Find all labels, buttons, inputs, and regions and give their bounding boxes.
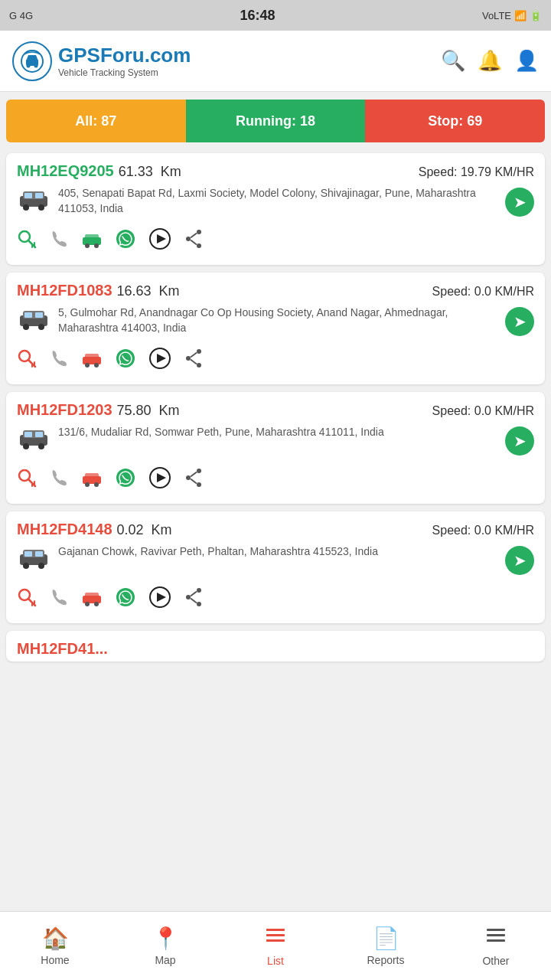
nav-reports[interactable]: 📄 Reports [331,920,441,972]
vehicle-address-0: 405, Senapati Bapat Rd, Laxmi Society, M… [58,186,499,216]
vehicle-speed-3: Speed: 0.0 KM/HR [432,524,534,537]
search-icon[interactable]: 🔍 [441,49,465,73]
navigate-button-3[interactable]: ➤ [505,546,534,575]
vehicle-list: MH12EQ9205 61.33 Km Speed: 19.79 KM/HR 4… [0,150,551,730]
svg-point-87 [197,588,201,593]
play-icon-0[interactable] [148,227,171,256]
svg-marker-42 [157,354,166,363]
nav-other[interactable]: Other [441,919,551,973]
play-icon-2[interactable] [148,466,171,495]
navigate-button-2[interactable]: ➤ [505,426,534,456]
vehicle-speed-1: Speed: 0.0 KM/HR [432,285,534,299]
car-body-icon-1 [17,305,51,338]
notification-icon[interactable]: 🔔 [478,49,502,73]
key-icon-2[interactable] [17,468,37,493]
user-icon[interactable]: 👤 [514,49,539,73]
svg-point-67 [186,475,191,480]
vehicle-km-3: 0.02 Km [117,522,172,538]
vehicle-info-3: Gajanan Chowk, Ravivar Peth, Phaltan, Ma… [17,544,534,577]
svg-point-50 [23,443,29,449]
vehicle-id-1: MH12FD1083 [17,282,112,299]
svg-point-88 [197,602,201,606]
svg-point-61 [94,482,99,487]
nav-home-label: Home [41,954,69,966]
whatsapp-icon-3[interactable] [115,586,136,613]
wifi-icon: 📶 [514,10,527,21]
vehicle-info-0: 405, Senapati Bapat Rd, Laxmi Society, M… [17,186,534,218]
svg-point-28 [23,324,29,330]
phone-icon-2[interactable] [49,468,69,493]
vehicle-info-2: 131/6, Mudaliar Rd, Somwar Peth, Pune, M… [17,425,534,457]
stats-bar: All: 87 Running: 18 Stop: 69 [6,100,545,142]
svg-point-17 [94,243,99,248]
svg-point-22 [197,243,201,248]
svg-line-25 [191,240,197,245]
svg-point-7 [38,204,44,211]
car-icon-0[interactable] [81,230,103,253]
stat-all[interactable]: All: 87 [6,100,186,142]
svg-point-83 [94,602,99,606]
svg-line-46 [191,353,197,358]
stat-running[interactable]: Running: 18 [186,100,366,142]
svg-rect-74 [24,551,32,557]
play-icon-3[interactable] [148,586,171,614]
svg-rect-99 [487,934,505,936]
nav-map[interactable]: 📍 Map [110,920,220,972]
svg-line-69 [191,479,197,484]
share-icon-1[interactable] [184,348,204,374]
svg-rect-31 [35,312,43,318]
nav-home[interactable]: 🏠 Home [0,920,110,972]
key-icon-0[interactable] [17,229,37,254]
share-icon-2[interactable] [184,468,204,493]
key-icon-1[interactable] [17,348,37,374]
svg-point-65 [197,469,201,473]
svg-rect-97 [266,939,270,942]
vehicle-actions-0 [17,224,534,256]
svg-rect-8 [24,193,32,198]
svg-point-51 [38,443,44,449]
svg-point-3 [34,64,38,67]
navigate-button-1[interactable]: ➤ [505,307,534,336]
whatsapp-icon-0[interactable] [115,228,136,255]
header-actions: 🔍 🔔 👤 [441,49,539,73]
vehicle-km-0: 61.33 Km [119,164,181,180]
vehicle-header-2: MH12FD1203 75.80 Km Speed: 0.0 KM/HR [17,401,534,419]
phone-icon-0[interactable] [49,229,69,254]
vehicle-header-1: MH12FD1083 16.63 Km Speed: 0.0 KM/HR [17,282,534,299]
car-body-icon-2 [17,425,51,457]
whatsapp-icon-2[interactable] [115,467,136,494]
share-icon-0[interactable] [184,229,204,254]
key-icon-3[interactable] [17,587,37,612]
map-icon: 📍 [152,926,179,951]
svg-line-24 [191,234,197,238]
vehicle-id-2: MH12FD1203 [17,401,112,419]
svg-rect-53 [35,432,43,437]
svg-rect-81 [85,593,99,598]
bottom-nav: 🏠 Home 📍 Map List 📄 Reports [0,911,551,980]
svg-rect-59 [85,473,99,479]
nav-other-label: Other [482,955,509,967]
navigate-button-0[interactable]: ➤ [505,188,534,217]
list-icon [265,925,286,952]
vehicle-card-partial: MH12FD41... [6,631,545,662]
phone-icon-3[interactable] [49,587,69,612]
phone-icon-1[interactable] [49,348,69,374]
car-icon-2[interactable] [81,469,103,492]
stat-stop[interactable]: Stop: 69 [365,100,545,142]
vehicle-card-3: MH12FD4148 0.02 Km Speed: 0.0 KM/HR Gaja… [6,511,545,623]
svg-rect-9 [35,193,43,198]
svg-point-23 [186,237,191,241]
share-icon-3[interactable] [184,587,204,612]
car-icon-1[interactable] [81,349,103,373]
svg-point-89 [186,595,191,599]
signal-text: G 4G [9,10,33,21]
svg-line-90 [191,592,197,596]
car-icon-3[interactable] [81,588,103,612]
vehicle-header-0: MH12EQ9205 61.33 Km Speed: 19.79 KM/HR [17,162,534,180]
signal-info: G 4G [9,10,33,21]
whatsapp-icon-1[interactable] [115,348,136,374]
nav-list[interactable]: List [220,919,331,973]
car-body-icon-3 [17,544,51,577]
svg-point-43 [197,349,201,354]
play-icon-1[interactable] [148,347,171,375]
